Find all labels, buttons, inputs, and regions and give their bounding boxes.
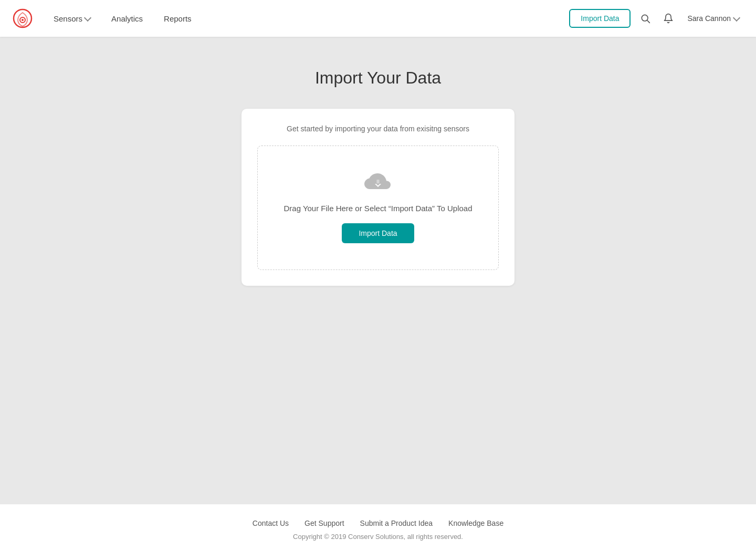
drop-zone-text: Drag Your File Here or Select “Import Da…: [284, 204, 472, 213]
notifications-button[interactable]: [660, 10, 677, 27]
user-menu[interactable]: Sara Cannon: [683, 11, 743, 26]
nav-links: Sensors Analytics Reports: [43, 9, 569, 28]
app-logo[interactable]: [13, 8, 33, 28]
nav-analytics[interactable]: Analytics: [101, 9, 153, 28]
navbar-right: Import Data Sara Cannon: [569, 9, 743, 28]
upload-cloud-icon: [364, 172, 392, 193]
import-data-nav-button[interactable]: Import Data: [569, 9, 631, 28]
page-title: Import Your Data: [315, 68, 441, 88]
search-button[interactable]: [637, 10, 654, 27]
upload-cloud-icon-wrap: [364, 172, 392, 193]
user-name-label: Sara Cannon: [687, 14, 731, 23]
svg-point-2: [22, 19, 24, 21]
footer-get-support[interactable]: Get Support: [304, 519, 344, 527]
footer-copyright: Copyright © 2019 Conserv Solutions, all …: [293, 533, 463, 541]
user-chevron-icon: [733, 14, 740, 21]
svg-line-4: [648, 20, 650, 23]
navbar: Sensors Analytics Reports Import Data Sa…: [0, 0, 756, 37]
svg-point-3: [642, 15, 648, 21]
nav-reports[interactable]: Reports: [153, 9, 202, 28]
import-subtitle: Get started by importing your data from …: [257, 124, 499, 133]
footer-submit-idea[interactable]: Submit a Product Idea: [360, 519, 433, 527]
import-card: Get started by importing your data from …: [242, 109, 514, 286]
search-icon: [640, 13, 650, 24]
sensors-chevron-icon: [84, 14, 91, 21]
footer-contact-us[interactable]: Contact Us: [253, 519, 289, 527]
main-content: Import Your Data Get started by importin…: [0, 37, 756, 504]
footer-links: Contact Us Get Support Submit a Product …: [253, 519, 503, 527]
nav-sensors[interactable]: Sensors: [43, 9, 101, 28]
footer: Contact Us Get Support Submit a Product …: [0, 504, 756, 550]
import-data-button[interactable]: Import Data: [342, 223, 414, 243]
drop-zone[interactable]: Drag Your File Here or Select “Import Da…: [257, 146, 499, 270]
bell-icon: [663, 13, 674, 24]
footer-knowledge-base[interactable]: Knowledge Base: [448, 519, 503, 527]
